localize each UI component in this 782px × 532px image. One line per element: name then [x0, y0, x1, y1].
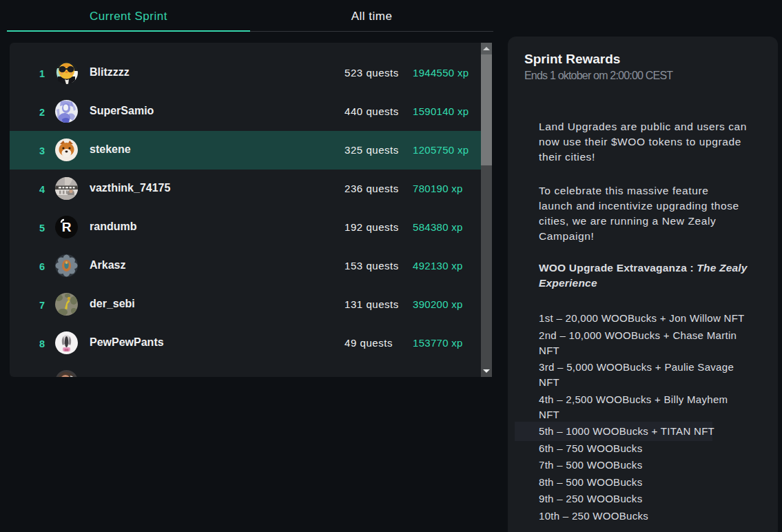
svg-text:R: R [62, 220, 72, 234]
